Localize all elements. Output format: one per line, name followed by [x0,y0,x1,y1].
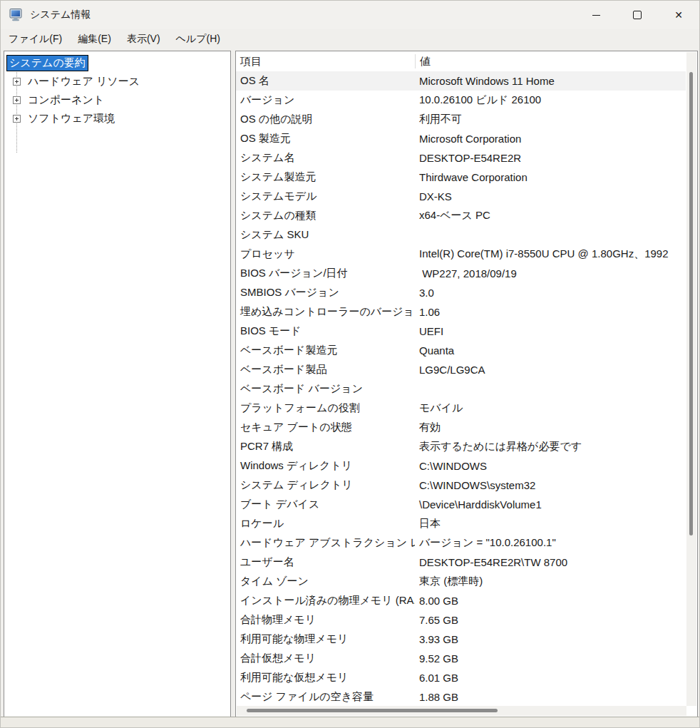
close-button[interactable]: ✕ [658,1,699,29]
row-value-cell: x64-ベース PC [415,209,686,222]
table-row[interactable]: ベースボード製品LG9C/LG9CA [236,360,686,379]
row-item-cell: BIOS バージョン/日付 [236,267,415,280]
table-row[interactable]: 利用可能な物理メモリ3.93 GB [236,630,686,649]
table-row[interactable]: システム ディレクトリC:\WINDOWS\system32 [236,476,686,495]
table-row[interactable]: Windows ディレクトリC:\WINDOWS [236,456,686,476]
table-row[interactable]: システム名DESKTOP-E54RE2R [236,148,686,168]
table-row[interactable]: タイム ゾーン東京 (標準時) [236,572,686,591]
minimize-button[interactable] [575,1,617,29]
row-item-cell: PCR7 構成 [236,440,415,453]
sidebar-item-0[interactable]: システムの要約 [4,53,230,72]
table-row[interactable]: ユーザー名DESKTOP-E54RE2R\TW 8700 [236,553,686,572]
row-value-cell: 日本 [415,517,686,530]
table-row[interactable]: バージョン10.0.26100 ビルド 26100 [236,91,686,110]
table-row[interactable]: システムの種類x64-ベース PC [236,206,686,225]
sidebar-item-label: コンポーネント [26,93,106,108]
table-row[interactable]: セキュア ブートの状態有効 [236,418,686,437]
row-item-cell: システム ディレクトリ [236,478,415,492]
sidebar-item-2[interactable]: コンポーネント [4,91,230,109]
row-item-cell: OS の他の説明 [236,113,415,126]
category-tree-pane: システムの要約ハードウェア リソースコンポーネントソフトウェア環境 [4,51,231,717]
table-row[interactable]: プラットフォームの役割モバイル [236,399,686,418]
menu-item-3[interactable]: ヘルプ(H) [168,30,228,48]
vertical-scrollbar[interactable] [686,52,696,706]
row-item-cell: 利用可能な物理メモリ [236,632,415,646]
table-row[interactable]: ベースボード バージョン [236,379,686,399]
horizontal-scrollbar-thumb[interactable] [247,709,498,712]
sidebar-item-1[interactable]: ハードウェア リソース [4,72,230,91]
row-value-cell: \Device\HarddiskVolume1 [415,498,686,511]
table-row[interactable]: OS 名Microsoft Windows 11 Home [236,71,686,91]
table-header: 項目 値 [236,51,686,71]
menu-item-1[interactable]: 編集(E) [70,30,119,48]
menu-item-2[interactable]: 表示(V) [119,30,168,48]
column-header-item[interactable]: 項目 [236,55,415,68]
row-value-cell: 9.52 GB [415,652,686,665]
table-row[interactable]: BIOS バージョン/日付 WP227, 2018/09/19 [236,264,686,283]
row-value-cell: Microsoft Corporation [415,133,686,145]
system-summary-table-body: OS 名Microsoft Windows 11 Homeバージョン10.0.2… [236,71,686,707]
category-tree: システムの要約ハードウェア リソースコンポーネントソフトウェア環境 [4,51,230,128]
close-icon: ✕ [674,10,683,20]
table-row[interactable]: プロセッサIntel(R) Core(TM) i7-8550U CPU @ 1.… [236,245,686,264]
table-row[interactable]: 合計仮想メモリ9.52 GB [236,649,686,668]
table-row[interactable]: ハードウェア アブストラクション レイ...バージョン = "10.0.2610… [236,533,686,553]
window-title: システム情報 [30,9,91,21]
row-value-cell: Thirdwave Corporation [415,171,686,183]
row-value-cell: バージョン = "10.0.26100.1" [415,536,686,550]
table-row[interactable]: OS 製造元Microsoft Corporation [236,129,686,148]
horizontal-scrollbar[interactable] [237,706,686,716]
row-item-cell: OS 製造元 [236,132,415,145]
row-value-cell: 6.01 GB [415,672,686,684]
row-value-cell: LG9C/LG9CA [415,364,686,376]
row-value-cell: 表示するためには昇格が必要です [415,440,686,453]
table-row[interactable]: 利用可能な仮想メモリ6.01 GB [236,668,686,687]
row-value-cell: C:\WINDOWS [415,460,686,472]
table-row[interactable]: ブート デバイス\Device\HarddiskVolume1 [236,495,686,514]
window-bottom-edge [1,717,699,727]
row-value-cell: Microsoft Windows 11 Home [415,75,686,87]
menu-item-0[interactable]: ファイル(F) [1,30,70,48]
row-item-cell: システム SKU [236,228,415,242]
column-header-value[interactable]: 値 [415,54,686,68]
table-row[interactable]: 合計物理メモリ7.65 GB [236,610,686,630]
table-row[interactable]: OS の他の説明利用不可 [236,110,686,129]
table-row[interactable]: BIOS モードUEFI [236,322,686,341]
vertical-scrollbar-thumb[interactable] [689,72,693,535]
table-row[interactable]: ベースボード製造元Quanta [236,341,686,360]
table-row[interactable]: SMBIOS バージョン3.0 [236,283,686,302]
table-row[interactable]: ページ ファイルの空き容量1.88 GB [236,687,686,707]
row-item-cell: ユーザー名 [236,555,415,569]
row-value-cell: モバイル [415,401,686,415]
row-item-cell: ロケール [236,517,415,530]
table-row[interactable]: ロケール日本 [236,514,686,533]
summary-detail-pane: 項目 値 OS 名Microsoft Windows 11 Homeバージョン1… [235,51,698,717]
row-item-cell: タイム ゾーン [236,575,415,588]
row-item-cell: ベースボード製品 [236,363,415,376]
row-item-cell: 合計物理メモリ [236,613,415,627]
titlebar[interactable]: システム情報 ✕ [1,1,699,29]
sidebar-item-3[interactable]: ソフトウェア環境 [4,109,230,128]
minimize-icon [592,15,600,16]
expand-plus-icon[interactable] [13,115,21,123]
row-item-cell: ベースボード製造元 [236,344,415,357]
row-value-cell: 3.0 [415,287,686,299]
expand-plus-icon[interactable] [13,96,21,104]
row-value-cell: 東京 (標準時) [415,575,686,588]
row-item-cell: ベースボード バージョン [236,382,415,396]
menubar: ファイル(F)編集(E)表示(V)ヘルプ(H) [1,29,699,49]
table-row[interactable]: システム SKU [236,225,686,245]
expand-plus-icon[interactable] [13,78,21,86]
row-item-cell: 利用可能な仮想メモリ [236,671,415,685]
row-value-cell: C:\WINDOWS\system32 [415,479,686,491]
row-value-cell: DESKTOP-E54RE2R [415,152,686,164]
table-row[interactable]: システム製造元Thirdwave Corporation [236,168,686,187]
sidebar-item-label: ハードウェア リソース [26,74,142,89]
table-row[interactable]: PCR7 構成表示するためには昇格が必要です [236,437,686,456]
table-row[interactable]: インストール済みの物理メモリ (RA...8.00 GB [236,591,686,610]
table-row[interactable]: 埋め込みコントローラーのバージョン1.06 [236,302,686,322]
table-row[interactable]: システムモデルDX-KS [236,187,686,206]
row-item-cell: バージョン [236,93,415,107]
system-info-app-icon[interactable] [9,8,24,22]
maximize-button[interactable] [617,1,658,29]
